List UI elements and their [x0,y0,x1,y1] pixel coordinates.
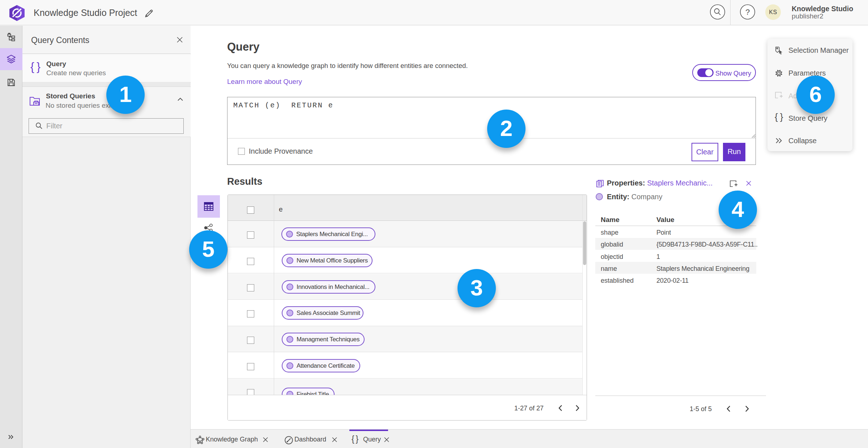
svg-text:?: ? [745,8,750,17]
